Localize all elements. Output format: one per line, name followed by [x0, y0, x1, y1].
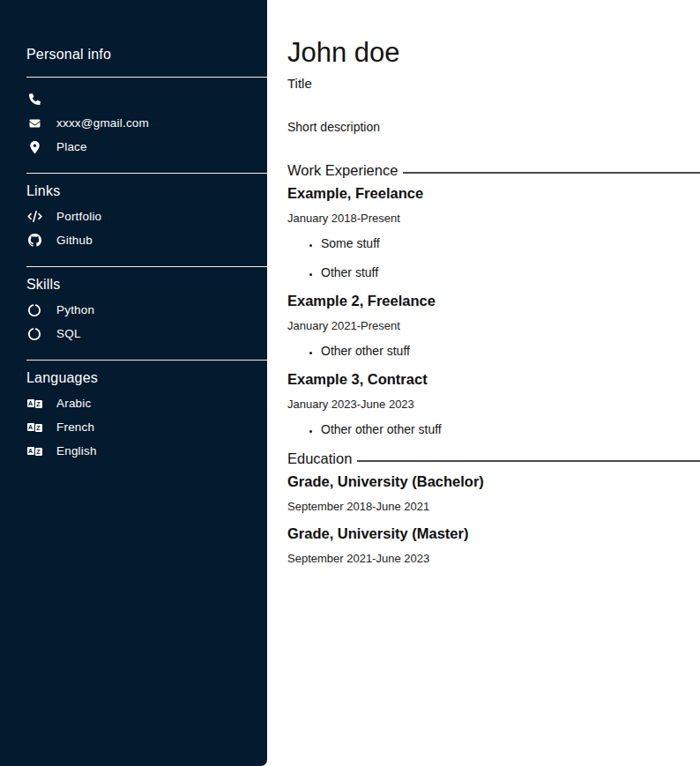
code-icon	[26, 211, 42, 222]
person-title: Title	[287, 76, 700, 92]
sidebar: Personal info xxxx@gmail.com Place Links…	[0, 0, 267, 766]
language-icon: AZ	[26, 446, 42, 456]
skill-sql-label: SQL	[56, 327, 81, 340]
sidebar-divider	[26, 266, 267, 267]
work-entry: Example 3, Contract January 2023-June 20…	[287, 371, 700, 437]
bullet-item: Other other stuff	[321, 344, 700, 359]
work-entry: Example, Freelance January 2018-Present …	[287, 185, 700, 280]
sidebar-divider	[26, 360, 267, 361]
circle-notch-icon	[26, 328, 42, 340]
language-arabic-label: Arabic	[56, 397, 91, 410]
entry-period: January 2023-June 2023	[287, 398, 700, 411]
link-github-label: Github	[56, 234, 93, 247]
entry-period: January 2018-Present	[287, 212, 700, 225]
entry-role: Example 3, Contract	[287, 371, 700, 388]
skill-sql-row: SQL	[26, 322, 267, 346]
skill-python-row: Python	[26, 298, 267, 322]
language-french-label: French	[56, 420, 94, 434]
contact-place-label: Place	[56, 140, 87, 153]
link-portfolio-label: Portfolio	[56, 210, 101, 223]
sidebar-section-title-personal-info: Personal info	[26, 47, 267, 63]
sidebar-divider	[26, 77, 267, 78]
skill-python-label: Python	[56, 303, 94, 316]
section-heading-work-experience: Work Experience	[287, 161, 700, 179]
bullet-item: Some stuff	[321, 236, 700, 251]
language-arabic-row: AZ Arabic	[26, 391, 267, 415]
language-icon: AZ	[26, 422, 42, 432]
circle-notch-icon	[26, 304, 42, 316]
short-description: Short description	[287, 120, 700, 135]
section-heading-label: Work Experience	[287, 161, 398, 179]
work-entry: Example 2, Freelance January 2021-Presen…	[287, 293, 700, 359]
language-english-label: English	[56, 444, 97, 457]
contact-email-row: xxxx@gmail.com	[26, 111, 267, 135]
link-portfolio-row[interactable]: Portfolio	[26, 205, 267, 228]
education-entry: Grade, University (Master) September 202…	[287, 525, 700, 565]
link-github-row[interactable]: Github	[26, 228, 267, 252]
envelope-icon	[26, 118, 42, 129]
entry-role: Example, Freelance	[287, 185, 700, 202]
entry-role: Grade, University (Bachelor)	[287, 473, 700, 490]
contact-place-row: Place	[26, 135, 267, 159]
sidebar-divider	[26, 173, 267, 174]
entry-period: January 2021-Present	[287, 319, 700, 332]
location-pin-icon	[26, 141, 42, 153]
github-icon	[26, 234, 42, 247]
bullet-item: Other stuff	[321, 265, 700, 280]
phone-icon	[26, 93, 42, 105]
section-heading-label: Education	[287, 450, 352, 467]
education-entry: Grade, University (Bachelor) September 2…	[287, 473, 700, 513]
sidebar-section-title-languages: Languages	[26, 370, 267, 386]
entry-period: September 2021-June 2023	[287, 552, 700, 565]
entry-role: Example 2, Freelance	[287, 293, 700, 309]
entry-bullets: Other other stuff	[287, 344, 700, 359]
section-heading-rule	[357, 460, 700, 462]
section-heading-rule	[403, 172, 700, 174]
bullet-item: Other other other stuff	[321, 422, 700, 437]
entry-bullets: Other other other stuff	[287, 422, 700, 437]
sidebar-section-title-links: Links	[26, 183, 267, 199]
main-content: John doe Title Short description Work Ex…	[267, 0, 700, 766]
language-icon: AZ	[26, 398, 42, 408]
language-french-row: AZ French	[26, 415, 267, 439]
section-heading-education: Education	[287, 450, 700, 467]
language-english-row: AZ English	[26, 439, 267, 463]
person-name: John doe	[287, 37, 700, 69]
entry-role: Grade, University (Master)	[287, 525, 700, 542]
entry-bullets: Some stuff Other stuff	[287, 236, 700, 280]
sidebar-section-title-skills: Skills	[26, 277, 267, 293]
contact-phone-row	[26, 87, 267, 111]
entry-period: September 2018-June 2021	[287, 500, 700, 513]
contact-email-label: xxxx@gmail.com	[56, 116, 149, 130]
